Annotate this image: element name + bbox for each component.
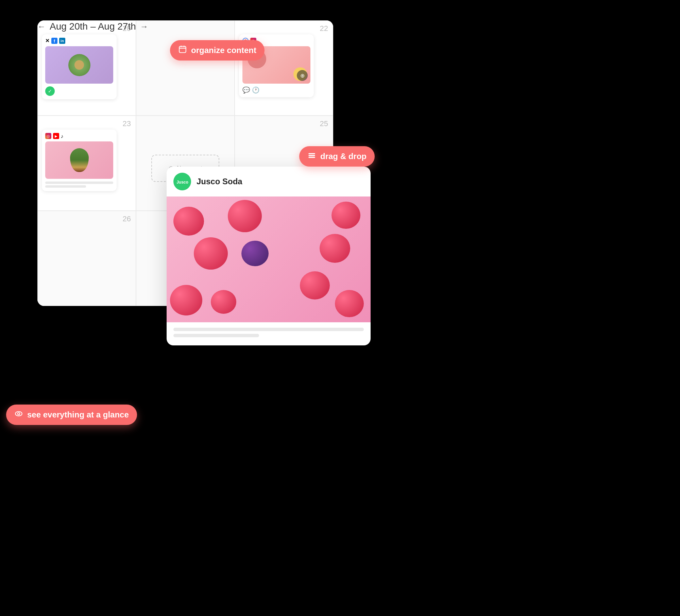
youtube-icon: ▶ [53, 133, 59, 139]
raspberry-9 [300, 271, 330, 300]
day-number-26: 26 [123, 215, 131, 223]
clock-icon: 🕐 [252, 86, 259, 94]
drag-overlay-icon: ⊕ [297, 70, 308, 81]
raspberry-7 [335, 290, 364, 317]
brand-avatar: Jusco [173, 173, 191, 190]
tiktok-icon: ♪ [61, 133, 64, 139]
x-icon: ✕ [45, 38, 50, 44]
instagram-icon-2: ◎ [45, 133, 51, 139]
raspberry-8 [211, 290, 236, 314]
see-everything-badge: see everything at a glance [6, 405, 137, 425]
post-preview-footer [167, 322, 371, 345]
raspberry-1 [173, 207, 204, 236]
post-social-icons-avocado: ◎ ▶ ♪ [45, 133, 113, 139]
post-social-icons-melon: ✕ f in [45, 38, 113, 44]
svg-rect-6 [308, 157, 315, 158]
text-line-2 [45, 185, 86, 188]
svg-point-8 [18, 413, 20, 415]
blackberry-1 [241, 241, 269, 266]
date-range-label: Aug 20th – Aug 27th [50, 21, 136, 32]
raspberry-5 [320, 234, 350, 263]
raspberry-2 [228, 200, 262, 232]
svg-rect-0 [179, 46, 186, 52]
post-preview-header: Jusco Jusco Soda [167, 167, 371, 196]
card-action-icons: 💬 🕐 [242, 86, 310, 94]
raspberry-6 [170, 285, 202, 315]
calendar-cell-21[interactable] [136, 20, 235, 116]
post-card-avocado[interactable]: ◎ ▶ ♪ [42, 130, 117, 191]
text-line-1 [45, 182, 113, 184]
post-card-text-lines [45, 182, 113, 188]
date-navigation: ← Aug 20th – Aug 27th → [37, 21, 148, 32]
prev-arrow[interactable]: ← [37, 22, 46, 31]
svg-text:Jusco: Jusco [176, 180, 188, 185]
footer-line-1 [173, 328, 364, 331]
calendar-cell-23[interactable]: 23 ◎ ▶ ♪ [37, 116, 136, 211]
post-image-avocado [45, 141, 113, 179]
day-number-23: 23 [123, 119, 131, 128]
raspberry-4 [194, 237, 228, 270]
calendar-badge-icon [178, 45, 187, 56]
organize-badge-label: organize content [191, 46, 256, 55]
drag-drop-badge: drag & drop [299, 146, 375, 167]
post-preview-card: Jusco Jusco Soda [167, 167, 371, 345]
day-number-22: 22 [320, 24, 328, 33]
post-card-melon[interactable]: ✕ f in ✓ [42, 34, 117, 99]
brand-name-label: Jusco Soda [197, 177, 242, 186]
eye-badge-icon [14, 409, 23, 420]
calendar-cell-26[interactable]: 26 [37, 211, 136, 306]
svg-point-7 [15, 412, 22, 416]
drag-badge-icon [307, 151, 316, 162]
footer-line-2 [173, 334, 259, 337]
svg-rect-2 [181, 46, 182, 47]
svg-rect-3 [184, 46, 184, 47]
checkmark-icon: ✓ [45, 86, 55, 96]
svg-rect-5 [308, 155, 315, 156]
comment-icon: 💬 [242, 86, 250, 94]
organize-content-badge: organize content [170, 40, 265, 61]
facebook-icon: f [51, 38, 57, 44]
linkedin-icon: in [59, 38, 65, 44]
drag-badge-label: drag & drop [320, 152, 367, 161]
calendar-cell-22[interactable]: 22 G ◎ ⊕ 💬 🕐 [235, 20, 333, 116]
next-arrow[interactable]: → [140, 22, 148, 31]
svg-rect-4 [308, 153, 315, 154]
day-number-25: 25 [320, 119, 328, 128]
post-image-melon [45, 46, 113, 84]
raspberry-3 [332, 202, 360, 229]
calendar-cell-20[interactable]: 20 ✕ f in ✓ [37, 20, 136, 116]
post-preview-image [167, 196, 371, 322]
glance-badge-label: see everything at a glance [27, 410, 129, 420]
